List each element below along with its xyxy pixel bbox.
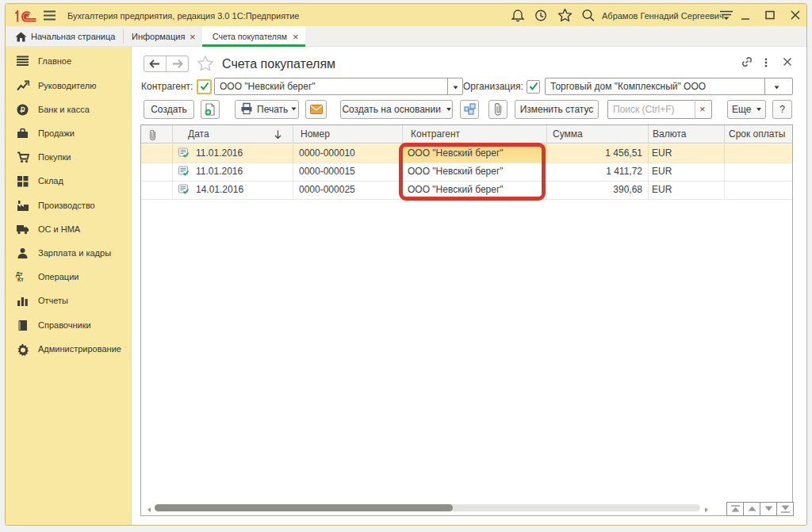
svg-text:₽: ₽ bbox=[20, 105, 25, 114]
